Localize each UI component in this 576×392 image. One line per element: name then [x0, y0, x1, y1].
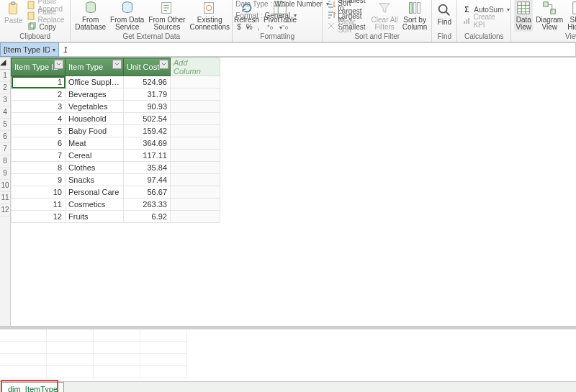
paste-replace-button[interactable]: Paste Replace	[26, 11, 68, 21]
cell-id[interactable]: 3	[12, 101, 66, 113]
cell-add-column[interactable]	[171, 137, 220, 150]
row-header[interactable]: 8	[0, 155, 10, 168]
cell-type[interactable]: Cosmetics	[66, 199, 124, 211]
row-header[interactable]: 3	[0, 94, 10, 106]
table-row[interactable]: 1Office Suppl…524.96	[12, 76, 220, 88]
cell-cost[interactable]: 6.92	[124, 211, 171, 223]
row-header[interactable]: 7	[0, 143, 10, 155]
from-database-button[interactable]: From Database	[73, 0, 107, 32]
table-row[interactable]: 12Fruits6.92	[12, 211, 220, 223]
cell-type[interactable]: Vegetables	[66, 101, 124, 113]
show-hidden-button[interactable]: Show Hidden	[566, 0, 576, 32]
cell-add-column[interactable]	[171, 186, 220, 199]
cell-add-column[interactable]	[171, 150, 220, 162]
cell-id[interactable]: 7	[12, 150, 66, 162]
table-row[interactable]: 6Meat364.69	[12, 137, 220, 150]
from-data-service-button[interactable]: From Data Service	[109, 0, 145, 32]
cell-id[interactable]: 8	[12, 162, 66, 174]
paste-button[interactable]: Paste	[3, 0, 24, 25]
calculation-area[interactable]	[0, 327, 576, 381]
row-header[interactable]: 2	[0, 82, 10, 94]
cell-cost[interactable]: 524.96	[124, 76, 171, 88]
copy-button[interactable]: Copy	[26, 22, 68, 32]
row-header[interactable]: 5	[0, 119, 10, 131]
name-box[interactable]: [Item Type ID] ▾	[0, 42, 59, 57]
cell-add-column[interactable]	[171, 88, 220, 101]
find-button[interactable]: Find	[435, 1, 454, 27]
cell-id[interactable]: 5	[12, 125, 66, 137]
cell-id[interactable]: 11	[12, 199, 66, 211]
filter-button[interactable]	[112, 60, 122, 69]
table-row[interactable]: 10Personal Care56.67	[12, 186, 220, 199]
currency-button[interactable]: $	[235, 22, 243, 32]
cell-add-column[interactable]	[171, 211, 220, 223]
row-header[interactable]: 6	[0, 131, 10, 143]
cell-cost[interactable]: 97.44	[124, 174, 171, 186]
from-other-sources-button[interactable]: From Other Sources	[147, 0, 186, 32]
cell-type[interactable]: Baby Food	[66, 125, 124, 137]
cell-cost[interactable]: 35.84	[124, 162, 171, 174]
col-header-item-type[interactable]: Item Type	[66, 58, 124, 76]
cell-add-column[interactable]	[171, 199, 220, 211]
clear-sort-button[interactable]: Clear Sort	[325, 21, 368, 31]
data-view-button[interactable]: Data View	[514, 0, 533, 32]
formula-value[interactable]: 1	[59, 42, 576, 57]
cell-id[interactable]: 1	[12, 76, 66, 88]
cell-cost[interactable]: 90.93	[124, 101, 171, 113]
increase-decimal-button[interactable]: ⁺₀	[264, 22, 276, 32]
create-kpi-button[interactable]: Create KPI	[460, 16, 508, 26]
diagram-view-button[interactable]: Diagram View	[534, 0, 564, 32]
existing-connections-button[interactable]: Existing Connections	[188, 0, 231, 32]
table-row[interactable]: 7Cereal117.11	[12, 150, 220, 162]
cell-type[interactable]: Clothes	[66, 162, 124, 174]
cell-cost[interactable]: 502.54	[124, 113, 171, 125]
table-row[interactable]: 5Baby Food159.42	[12, 125, 220, 137]
select-all-corner[interactable]: ◢	[0, 58, 10, 70]
row-header[interactable]: 4	[0, 106, 10, 119]
cell-type[interactable]: Meat	[66, 137, 124, 150]
cell-add-column[interactable]	[171, 125, 220, 137]
cell-cost[interactable]: 31.79	[124, 88, 171, 101]
col-header-unit-cost[interactable]: Unit Cost	[124, 58, 171, 76]
cell-type[interactable]: Cereal	[66, 150, 124, 162]
cell-add-column[interactable]	[171, 101, 220, 113]
cell-add-column[interactable]	[171, 174, 220, 186]
decrease-decimal-button[interactable]: ⁻₀	[279, 22, 292, 32]
cell-id[interactable]: 4	[12, 113, 66, 125]
cell-type[interactable]: Beverages	[66, 88, 124, 101]
filter-button[interactable]	[159, 60, 168, 69]
filter-button[interactable]	[54, 60, 63, 69]
row-header[interactable]: 9	[0, 168, 10, 180]
cell-cost[interactable]: 159.42	[124, 125, 171, 137]
cell-cost[interactable]: 364.69	[124, 137, 171, 150]
cell-type[interactable]: Fruits	[66, 211, 124, 223]
cell-cost[interactable]: 263.33	[124, 199, 171, 211]
cell-id[interactable]: 10	[12, 186, 66, 199]
cell-type[interactable]: Snacks	[66, 174, 124, 186]
cell-add-column[interactable]	[171, 76, 220, 88]
table-row[interactable]: 8Clothes35.84	[12, 162, 220, 174]
datatype-selector[interactable]: Data Type : Whole Number▾	[235, 0, 329, 9]
percent-button[interactable]: %	[245, 22, 254, 32]
row-header[interactable]: 10	[0, 180, 10, 192]
cell-cost[interactable]: 117.11	[124, 150, 171, 162]
table-row[interactable]: 9Snacks97.44	[12, 174, 220, 186]
cell-id[interactable]: 6	[12, 137, 66, 150]
cell-type[interactable]: Office Suppl…	[66, 76, 124, 88]
format-selector[interactable]: Format : General▾	[235, 10, 297, 20]
cell-type[interactable]: Personal Care	[66, 186, 124, 199]
cell-id[interactable]: 9	[12, 174, 66, 186]
table-row[interactable]: 11Cosmetics263.33	[12, 199, 220, 211]
cell-cost[interactable]: 56.67	[124, 186, 171, 199]
col-header-item-type-id[interactable]: Item Type ID	[12, 58, 66, 76]
cell-add-column[interactable]	[171, 113, 220, 125]
comma-button[interactable]: ,	[256, 22, 261, 32]
cell-add-column[interactable]	[171, 162, 220, 174]
clear-filters-button[interactable]: Clear All Filters	[370, 0, 400, 32]
cell-id[interactable]: 2	[12, 88, 66, 101]
table-row[interactable]: 3Vegetables90.93	[12, 101, 220, 113]
table-row[interactable]: 4Household502.54	[12, 113, 220, 125]
row-header[interactable]: 12	[0, 204, 10, 216]
add-column-button[interactable]: Add Column	[171, 58, 220, 76]
cell-type[interactable]: Household	[66, 113, 124, 125]
